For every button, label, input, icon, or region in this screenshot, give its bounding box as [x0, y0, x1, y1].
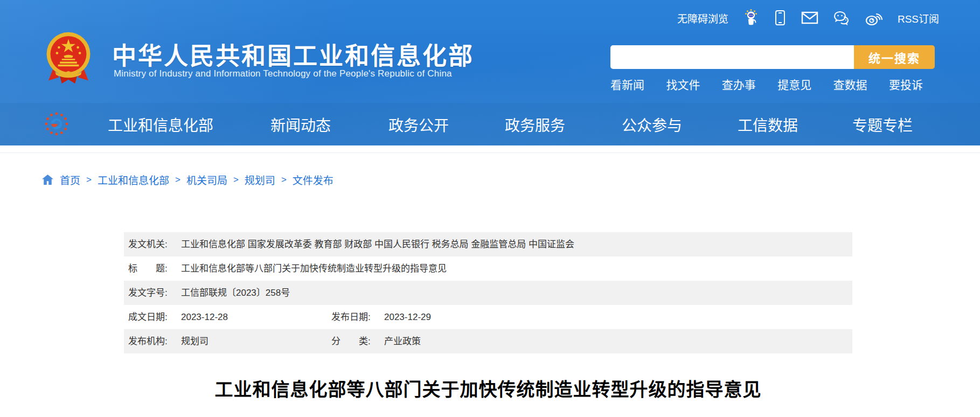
home-icon[interactable] [41, 174, 54, 185]
mobile-icon[interactable] [774, 10, 787, 26]
meta-row-document-number: 发文字号: 工信部联规〔2023〕258号 [124, 281, 852, 305]
mail-icon[interactable] [801, 11, 818, 25]
meta-value: 2023-12-29 [384, 305, 431, 329]
meta-label: 分 类: [331, 329, 379, 353]
meta-label: 发文字号: [128, 281, 176, 305]
meta-row-issuing-agencies: 发文机关: 工业和信息化部 国家发展改革委 教育部 财政部 中国人民银行 税务总… [124, 232, 852, 256]
rss-link[interactable]: RSS订阅 [898, 11, 939, 25]
breadcrumb-home[interactable]: 首页 [60, 172, 80, 187]
meta-row-dates: 成文日期: 2023-12-28 发布日期: 2023-12-29 [124, 305, 852, 329]
quick-link-files[interactable]: 找文件 [666, 76, 700, 92]
meta-value: 工业和信息化部 国家发展改革委 教育部 财政部 中国人民银行 税务总局 金融监管… [181, 232, 574, 256]
nav-item-topics[interactable]: 专题专栏 [852, 114, 913, 135]
breadcrumb-separator: > [281, 175, 287, 185]
breadcrumb-document-release[interactable]: 文件发布 [293, 172, 333, 187]
meta-label: 发布机构: [128, 329, 176, 353]
accessibility-link[interactable]: 无障碍浏览 [677, 11, 728, 25]
site-subtitle: Ministry of Industry and Information Tec… [114, 68, 452, 79]
nav-item-news[interactable]: 新闻动态 [270, 114, 331, 135]
quick-link-news[interactable]: 看新闻 [610, 76, 644, 92]
breadcrumb-separator: > [175, 175, 180, 185]
meta-value: 产业政策 [384, 329, 421, 353]
unified-search: 统一搜索 [610, 45, 935, 69]
meta-value: 规划司 [181, 329, 208, 353]
quick-links: 看新闻 找文件 查办事 提意见 查数据 要投诉 [610, 76, 923, 92]
quick-link-data[interactable]: 查数据 [833, 76, 867, 92]
meta-value: 工信部联规〔2023〕258号 [181, 281, 290, 305]
meta-label: 发布日期: [331, 305, 379, 329]
utility-bar: 无障碍浏览 [677, 9, 939, 27]
breadcrumb-separator: > [233, 175, 239, 185]
national-emblem-logo [45, 31, 92, 87]
wechat-icon[interactable] [833, 10, 850, 25]
breadcrumb-separator: > [86, 175, 92, 185]
meta-row-title: 标 题: 工业和信息化部等八部门关于加快传统制造业转型升级的指导意见 [124, 256, 852, 281]
nav-item-miit[interactable]: 工业和信息化部 [108, 114, 213, 135]
main-nav: 工业和信息化部 新闻动态 政务公开 政务服务 公众参与 工信数据 专题专栏 [0, 103, 980, 145]
quick-link-feedback[interactable]: 提意见 [777, 76, 811, 92]
page: 无障碍浏览 [0, 0, 980, 417]
quick-link-services[interactable]: 查办事 [722, 76, 756, 92]
meta-label: 标 题: [128, 256, 176, 281]
site-header: 无障碍浏览 [0, 0, 980, 145]
breadcrumb-departments[interactable]: 机关司局 [186, 172, 227, 187]
breadcrumb-planning-dept[interactable]: 规划司 [245, 172, 275, 187]
miit-logo-icon[interactable] [44, 112, 69, 136]
meta-value: 2023-12-28 [181, 305, 228, 329]
quick-link-complaint[interactable]: 要投诉 [889, 76, 923, 92]
search-button[interactable]: 统一搜索 [854, 45, 935, 69]
site-title: 中华人民共和国工业和信息化部 [112, 37, 474, 72]
nav-item-gov-info[interactable]: 政务公开 [388, 114, 449, 135]
nav-item-data[interactable]: 工信数据 [738, 114, 798, 135]
breadcrumb: 首页 > 工业和信息化部 > 机关司局 > 规划司 > 文件发布 [41, 172, 333, 187]
document-meta-table: 发文机关: 工业和信息化部 国家发展改革委 教育部 财政部 中国人民银行 税务总… [124, 232, 852, 353]
weibo-icon[interactable] [865, 10, 883, 26]
search-input[interactable] [610, 45, 854, 69]
meta-row-publisher-category: 发布机构: 规划司 分 类: 产业政策 [124, 329, 852, 353]
meta-label: 成文日期: [128, 305, 176, 329]
breadcrumb-miit[interactable]: 工业和信息化部 [98, 172, 169, 187]
meta-value: 工业和信息化部等八部门关于加快传统制造业转型升级的指导意见 [181, 256, 447, 281]
header-divider [0, 152, 980, 153]
nav-item-participation[interactable]: 公众参与 [622, 114, 682, 135]
nav-item-gov-services[interactable]: 政务服务 [505, 114, 565, 135]
mascot-icon[interactable] [743, 9, 759, 27]
meta-label: 发文机关: [128, 232, 176, 256]
document-title: 工业和信息化部等八部门关于加快传统制造业转型升级的指导意见 [124, 375, 852, 401]
